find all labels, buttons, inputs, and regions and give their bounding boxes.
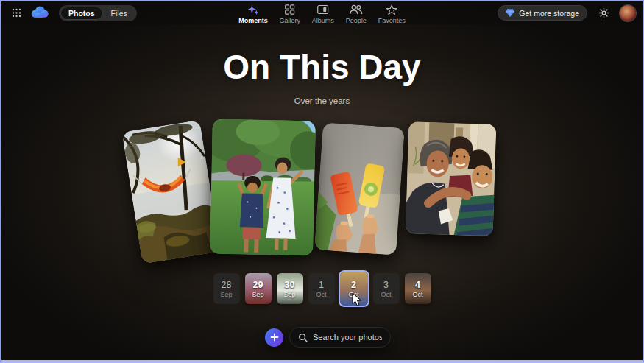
photo-popsicles-image — [314, 122, 405, 255]
date-tile-month: Oct — [316, 291, 326, 298]
search-pill — [289, 327, 391, 348]
nav-label: Albums — [312, 17, 334, 24]
nav-label: Gallery — [279, 17, 300, 24]
storage-button-label: Get more storage — [519, 9, 579, 18]
grid-icon — [285, 4, 295, 15]
date-tile-2-oct[interactable]: 2Oct — [340, 272, 368, 306]
nav-label: Moments — [238, 17, 268, 24]
photo-card-hammock-at-sunset[interactable] — [122, 120, 221, 264]
photo-card-popsicles[interactable] — [314, 122, 405, 255]
onedrive-logo[interactable] — [29, 5, 49, 21]
nav-tab-gallery[interactable]: Gallery — [279, 4, 301, 24]
date-tile-day: 1 — [319, 280, 324, 290]
date-tile-day: 29 — [253, 280, 263, 290]
get-more-storage-button[interactable]: Get more storage — [498, 5, 587, 21]
nav-tab-people[interactable]: People — [345, 4, 367, 24]
nav-label: Favorites — [378, 17, 406, 24]
date-tile-month: Sep — [220, 291, 232, 298]
date-tile-1-oct[interactable]: 1Oct — [308, 273, 335, 304]
nav-tab-albums[interactable]: Albums — [312, 4, 334, 24]
gear-icon — [598, 7, 609, 18]
date-tile-30-sep[interactable]: 30Sep — [277, 273, 303, 304]
onedrive-photos-app: Photos Files Moments Gallery — [0, 0, 644, 363]
page-title: On This Day — [0, 47, 644, 87]
date-tile-month: Sep — [283, 291, 295, 298]
date-tile-day: 28 — [222, 280, 232, 290]
primary-nav: Moments Gallery Albums — [238, 4, 406, 24]
view-toggle: Photos Files — [59, 5, 137, 21]
nav-label: People — [346, 17, 367, 24]
photo-family-image — [406, 121, 497, 236]
hero: On This Day Over the years — [0, 47, 644, 105]
settings-button[interactable] — [597, 7, 610, 20]
date-tile-day: 2 — [351, 280, 356, 290]
date-tile-month: Oct — [348, 291, 358, 298]
search-bar — [6, 327, 644, 348]
app-launcher-button[interactable] — [10, 7, 23, 20]
sparkle-icon — [248, 4, 259, 15]
search-input[interactable] — [313, 333, 382, 342]
date-tile-4-oct[interactable]: 4Oct — [405, 273, 431, 304]
onedrive-cloud-icon — [29, 5, 49, 18]
photo-hammock-image — [122, 120, 221, 264]
top-bar: Photos Files Moments Gallery — [1, 1, 643, 24]
photo-kids-image — [210, 119, 316, 256]
search-icon — [298, 333, 308, 342]
date-tile-month: Oct — [381, 291, 391, 298]
topbar-right: Get more storage — [498, 5, 643, 21]
photos-toggle-button[interactable]: Photos — [60, 7, 103, 20]
date-tile-month: Oct — [412, 291, 422, 298]
date-strip: 28Sep29Sep30Sep1Oct2Oct3Oct4Oct — [0, 271, 644, 306]
plus-icon — [270, 333, 279, 342]
date-tile-3-oct[interactable]: 3Oct — [373, 273, 400, 304]
people-icon — [350, 4, 363, 15]
nav-tab-favorites[interactable]: Favorites — [378, 4, 406, 24]
date-tile-day: 3 — [383, 280, 389, 290]
photo-card-kids-in-park[interactable] — [210, 119, 316, 256]
date-tile-month: Sep — [252, 291, 263, 298]
gem-icon — [506, 9, 514, 17]
date-tile-28-sep[interactable]: 28Sep — [213, 273, 240, 304]
date-tile-day: 4 — [415, 280, 420, 290]
files-toggle-button[interactable]: Files — [103, 7, 135, 20]
topbar-left: Photos Files — [1, 5, 137, 21]
page-subtitle: Over the years — [0, 96, 644, 105]
album-icon — [317, 4, 329, 15]
star-icon — [386, 4, 397, 15]
date-tile-29-sep[interactable]: 29Sep — [245, 273, 272, 304]
waffle-icon — [12, 8, 21, 18]
account-avatar[interactable] — [620, 5, 636, 21]
add-button[interactable] — [265, 328, 283, 347]
photo-card-family-selfie[interactable] — [406, 121, 497, 236]
nav-tab-moments[interactable]: Moments — [238, 4, 268, 24]
date-tile-day: 30 — [285, 280, 295, 290]
